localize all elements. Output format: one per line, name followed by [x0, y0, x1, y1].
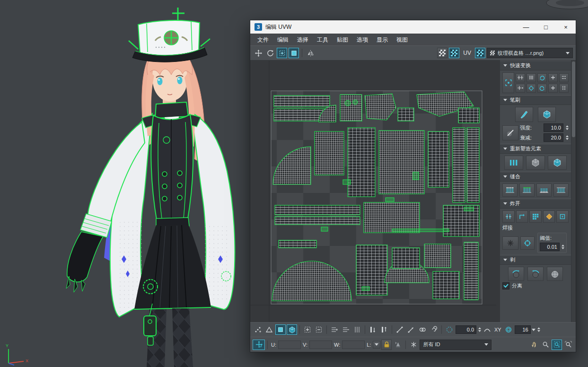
rollout-header-explode[interactable]: 炸开: [500, 199, 571, 209]
falloff-spinner[interactable]: [566, 135, 569, 140]
distribute-a-button[interactable]: [559, 73, 569, 82]
weld-selected-button[interactable]: [502, 236, 518, 250]
freeze-button[interactable]: [408, 340, 419, 350]
pelt-map-button[interactable]: [547, 267, 563, 281]
flatten-custom-button[interactable]: [556, 210, 569, 223]
zoom-region-button[interactable]: [563, 340, 573, 350]
w-field[interactable]: [342, 341, 365, 349]
u-field[interactable]: [278, 341, 301, 349]
snap-grid-button[interactable]: [548, 84, 558, 93]
grid-size-field[interactable]: 16: [515, 325, 531, 334]
quick-peel-button[interactable]: [508, 267, 524, 281]
strength-spinner[interactable]: [566, 125, 569, 130]
straighten-button[interactable]: [504, 156, 523, 170]
stitch-target-button[interactable]: [553, 184, 569, 197]
loop-shrink-button[interactable]: [341, 324, 351, 335]
show-grid-button[interactable]: [449, 48, 459, 58]
edge-draw-button[interactable]: [395, 324, 405, 335]
flatten-polygon-button[interactable]: [543, 210, 555, 223]
relax-element-button[interactable]: [526, 156, 545, 170]
strength-field[interactable]: 10.0: [544, 123, 563, 132]
stitch-average-button[interactable]: [519, 184, 535, 197]
paint-move-brush-button[interactable]: [515, 107, 533, 122]
scale-mode-button[interactable]: [289, 48, 299, 58]
relax-brush-button[interactable]: [538, 107, 556, 122]
ring-select-button[interactable]: [352, 324, 362, 335]
detach-edge-button[interactable]: [516, 210, 528, 223]
spacing-button[interactable]: [516, 84, 525, 93]
align-vertical-button[interactable]: [527, 73, 536, 82]
threshold-spinner[interactable]: [562, 245, 564, 249]
element-subobject-button[interactable]: [287, 324, 297, 335]
v-field[interactable]: [309, 341, 332, 349]
absolute-mode-button[interactable]: [253, 340, 265, 350]
zoom-button[interactable]: [540, 340, 551, 350]
stitch-source-button[interactable]: [536, 184, 552, 197]
align-element-button[interactable]: [527, 84, 536, 93]
menu-display[interactable]: 显示: [372, 34, 392, 45]
rollout-header-quick-transform[interactable]: 快速变换: [500, 61, 571, 70]
zoom-extents-button[interactable]: [552, 340, 562, 350]
snap-plus-button[interactable]: [548, 73, 558, 82]
material-id-filter[interactable]: 所有 ID: [420, 340, 491, 350]
pan-button[interactable]: [529, 340, 539, 350]
menu-file[interactable]: 文件: [253, 34, 273, 45]
transform-anchor-button[interactable]: [502, 72, 514, 93]
menu-mapping[interactable]: 贴图: [333, 34, 352, 45]
rollout-header-brush[interactable]: 笔刷: [500, 95, 571, 105]
rotate-cw-button[interactable]: [537, 73, 547, 82]
show-map-button[interactable]: [437, 48, 448, 58]
align-horizontal-button[interactable]: [516, 73, 525, 82]
curve-mode-button[interactable]: [482, 324, 492, 335]
rectify-element-button[interactable]: [548, 156, 567, 170]
align-to-pivot-button[interactable]: [379, 324, 389, 335]
mirror-tool-button[interactable]: [305, 48, 316, 58]
unlink-selection-button[interactable]: [429, 324, 439, 335]
grid-size-spinner[interactable]: [537, 327, 540, 332]
flatten-grid-button[interactable]: [529, 210, 542, 223]
align-to-edge-button[interactable]: [368, 324, 378, 335]
menu-options[interactable]: 选项: [352, 34, 372, 45]
rollout-header-stitch[interactable]: 缝合: [500, 172, 571, 182]
edge-extend-button[interactable]: [406, 324, 416, 335]
menu-tools[interactable]: 工具: [313, 34, 333, 45]
angle-spinner[interactable]: [478, 327, 481, 332]
angle-snap-button[interactable]: [444, 324, 455, 335]
stitch-custom-button[interactable]: [502, 184, 518, 197]
link-selection-button[interactable]: [417, 324, 428, 335]
maximize-button[interactable]: □: [536, 20, 556, 34]
face-subobject-button[interactable]: [275, 324, 286, 335]
threshold-field[interactable]: 0.01: [540, 243, 560, 251]
distribute-b-button[interactable]: [559, 84, 569, 93]
menu-select[interactable]: 选择: [293, 34, 313, 45]
rollout-header-peel[interactable]: 剥: [500, 255, 571, 265]
separate-checkbox[interactable]: [502, 282, 509, 289]
menu-view[interactable]: 视图: [392, 34, 412, 45]
loop-grow-button[interactable]: [329, 324, 340, 335]
rotate-ccw-button[interactable]: [537, 84, 547, 93]
texture-dropdown[interactable]: 纹理棋盘格 …r.png): [487, 48, 573, 58]
lock-selection-button[interactable]: [381, 340, 392, 350]
titlebar[interactable]: 3 编辑 UVW — □ ×: [250, 20, 576, 34]
texture-display-button[interactable]: [475, 48, 485, 58]
break-button[interactable]: [502, 210, 515, 223]
rollout-header-reshape[interactable]: 重新塑造元素: [500, 144, 571, 154]
rotate-tool-button[interactable]: [265, 48, 275, 58]
peel-mode-button[interactable]: [527, 267, 544, 281]
angle-field[interactable]: 0.0: [456, 325, 476, 334]
falloff-curve-button[interactable]: [502, 125, 518, 140]
freeform-mode-button[interactable]: [277, 48, 287, 58]
minimize-button[interactable]: —: [516, 20, 536, 34]
falloff-field[interactable]: 20.0: [544, 133, 563, 142]
filter-faces-button[interactable]: [393, 340, 403, 350]
move-tool-button[interactable]: [253, 48, 263, 58]
panel-scrollbar[interactable]: [571, 61, 576, 322]
close-button[interactable]: ×: [556, 20, 576, 34]
uv-space-button[interactable]: [503, 324, 514, 335]
grow-selection-button[interactable]: [302, 324, 313, 335]
uv-canvas[interactable]: [250, 61, 500, 322]
lasso-select-button[interactable]: [264, 324, 274, 335]
target-weld-button[interactable]: [520, 236, 535, 250]
scrollbar-thumb[interactable]: [572, 61, 575, 137]
soft-selection-button[interactable]: [253, 324, 263, 335]
